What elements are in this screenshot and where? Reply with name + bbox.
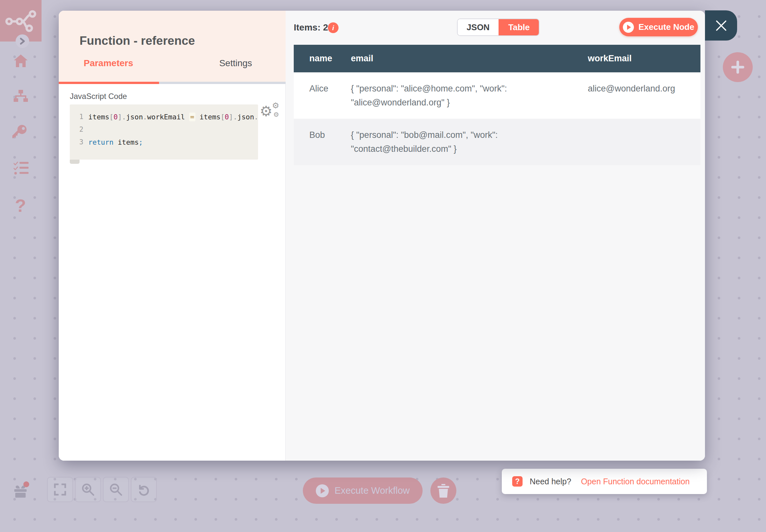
code-token: return <box>88 138 114 146</box>
reset-zoom-button[interactable] <box>131 477 157 502</box>
node-title: Function - reference <box>79 34 195 48</box>
table-row: Alice{ "personal": "alice@home.com", "wo… <box>294 72 700 119</box>
gear-icon-tiny: ⚙ <box>273 111 279 118</box>
toggle-json[interactable]: JSON <box>458 19 499 35</box>
chevron-right-icon <box>19 37 26 45</box>
question-badge-icon: ? <box>512 476 523 487</box>
execute-workflow-button[interactable]: Execute Workflow <box>303 478 423 504</box>
whats-new-button[interactable] <box>13 484 28 498</box>
table-header-row: name email workEmail <box>294 45 700 72</box>
code-settings-button[interactable]: ⚙ ⚙ ⚙ <box>260 102 280 122</box>
line-number: 3 <box>70 136 83 149</box>
checklist-icon <box>14 161 29 175</box>
tab-parameters[interactable]: Parameters <box>84 58 133 68</box>
code-line <box>88 123 258 136</box>
sidebar-item-help[interactable]: ? <box>15 195 26 216</box>
help-toast: ? Need help? Open Function documentation <box>502 469 707 494</box>
code-token <box>185 113 189 121</box>
code-editor[interactable]: 123 items[0].json.workEmail = items[0].j… <box>70 104 258 160</box>
output-table: name email workEmail Alice{ "personal": … <box>294 45 700 165</box>
editor-resize-handle[interactable] <box>70 160 79 164</box>
toggle-table[interactable]: Table <box>499 18 540 36</box>
trash-icon <box>438 484 449 498</box>
code-token: [ <box>109 113 114 121</box>
line-numbers: 123 <box>70 111 83 149</box>
table-body: Alice{ "personal": "alice@home.com", "wo… <box>294 72 700 165</box>
tab-underline-active <box>59 82 159 84</box>
zoom-in-icon <box>81 483 94 496</box>
code-token: . <box>233 113 237 121</box>
code-token: json <box>237 113 254 121</box>
code-token: . <box>122 113 126 121</box>
cell-email: { "personal": "bob@mail.com", "work": "c… <box>351 128 546 156</box>
home-icon <box>14 54 28 67</box>
cell-name: Alice <box>294 82 351 110</box>
fit-view-icon <box>54 483 66 496</box>
cell-email-wrap: { "personal": "alice@home.com", "work": … <box>351 82 588 110</box>
zoom-out-button[interactable] <box>103 477 129 502</box>
code-line: items[0].json.workEmail = items[0].json.… <box>88 111 258 123</box>
execute-node-button[interactable]: Execute Node <box>619 18 698 36</box>
add-node-button[interactable] <box>723 52 753 82</box>
code-token: 0 <box>114 113 118 121</box>
sitemap-icon <box>14 90 28 103</box>
output-view-toggle: JSON Table <box>457 18 540 36</box>
code-token: ] <box>118 113 122 121</box>
column-header-workemail: workEmail <box>588 54 700 64</box>
table-row: Bob{ "personal": "bob@mail.com", "work":… <box>294 119 700 165</box>
code-token: ; <box>139 138 143 146</box>
zoom-to-fit-button[interactable] <box>47 477 73 502</box>
code-token: . <box>254 113 258 121</box>
help-text: Need help? <box>530 477 571 486</box>
node-output-panel: Items: 2 i JSON Table Execute Node name … <box>286 11 705 461</box>
sidebar-item-workflows[interactable] <box>14 90 28 103</box>
code-token: 0 <box>225 113 229 121</box>
gear-icon: ⚙ <box>260 104 272 118</box>
undo-icon <box>137 483 150 496</box>
code-token: workEmail <box>147 113 185 121</box>
close-icon <box>714 18 728 33</box>
node-details-modal: Function - reference Parameters Settings… <box>59 11 705 461</box>
play-icon <box>623 22 634 33</box>
cell-workemail: alice@wonderland.org <box>588 82 700 110</box>
cell-email: { "personal": "alice@home.com", "work": … <box>351 82 546 110</box>
sidebar-item-credentials[interactable] <box>12 124 28 140</box>
code-token: items <box>88 113 109 121</box>
column-header-name: name <box>294 54 351 64</box>
notification-dot <box>23 481 29 487</box>
line-number: 2 <box>70 123 83 136</box>
javascript-code-label: JavaScript Code <box>70 92 127 101</box>
code-token: items <box>200 113 221 121</box>
code-token: = <box>189 113 195 121</box>
items-count: Items: 2 <box>294 22 328 33</box>
code-token <box>114 138 118 146</box>
zoom-in-button[interactable] <box>75 477 101 502</box>
cell-workemail <box>588 128 700 156</box>
plus-icon <box>731 60 745 74</box>
code-line: return items; <box>88 136 258 149</box>
info-icon[interactable]: i <box>328 22 338 33</box>
sidebar-item-home[interactable] <box>14 54 28 67</box>
code-content[interactable]: items[0].json.workEmail = items[0].json.… <box>83 111 258 149</box>
close-modal-button[interactable] <box>705 10 737 41</box>
line-number: 1 <box>70 111 83 123</box>
workflow-canvas: ? <box>0 0 766 532</box>
sidebar-collapse-button[interactable] <box>16 34 29 48</box>
code-token <box>195 113 200 121</box>
code-token: [ <box>220 113 225 121</box>
node-settings-panel: Function - reference Parameters Settings… <box>59 11 286 461</box>
cell-email-wrap: { "personal": "bob@mail.com", "work": "c… <box>351 128 588 156</box>
cell-name: Bob <box>294 128 351 156</box>
sidebar-item-executions[interactable] <box>14 161 29 175</box>
gear-icon-small: ⚙ <box>272 102 279 110</box>
tab-settings[interactable]: Settings <box>219 58 252 68</box>
column-header-email: email <box>351 54 588 64</box>
code-token: items <box>118 138 139 146</box>
code-token: . <box>143 113 147 121</box>
key-icon <box>12 124 28 140</box>
code-token: json <box>126 113 143 121</box>
delete-workflow-button[interactable] <box>431 478 456 504</box>
open-function-documentation-link[interactable]: Open Function documentation <box>581 477 690 486</box>
n8n-logo-icon <box>5 9 36 32</box>
play-icon <box>316 484 329 497</box>
